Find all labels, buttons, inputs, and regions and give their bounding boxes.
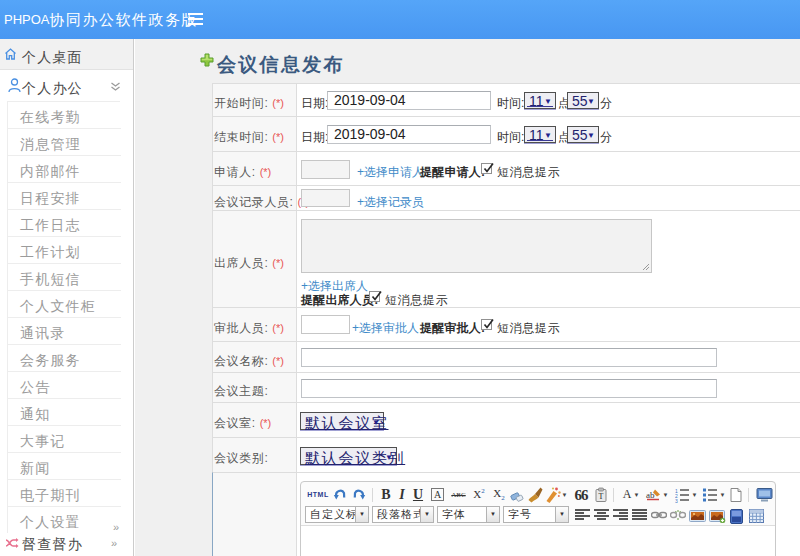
svg-text:ab: ab [646,490,655,500]
svg-text:T: T [599,492,604,501]
svg-text:3: 3 [675,498,678,504]
